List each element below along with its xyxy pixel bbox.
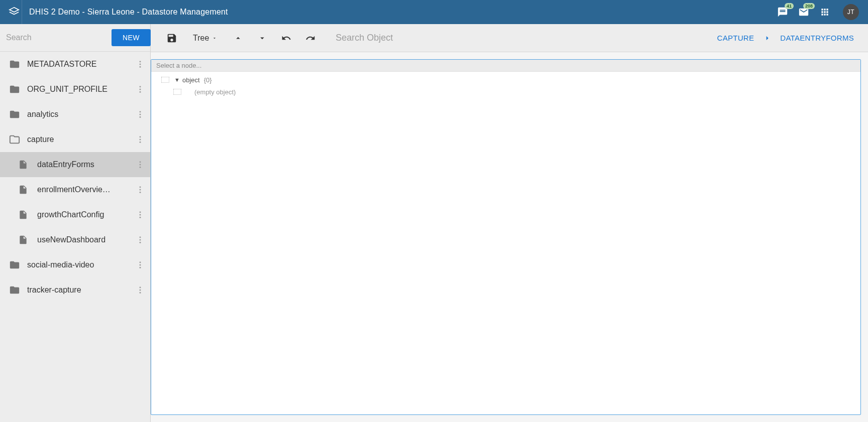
sidebar-item-label: useNewDashboard <box>37 235 133 244</box>
more-vert-icon <box>136 185 145 194</box>
item-more-button[interactable] <box>133 160 147 169</box>
item-more-button[interactable] <box>133 235 147 244</box>
sidebar-item-label: growthChartConfig <box>37 210 133 219</box>
chevron-down-icon <box>258 34 267 43</box>
sidebar: NEW METADATASTOREORG_UNIT_PROFILEanalyti… <box>0 24 151 422</box>
root-count-label: {0} <box>204 76 212 84</box>
save-button[interactable] <box>161 27 183 49</box>
action-menu-icon[interactable] <box>173 89 181 95</box>
view-mode-label: Tree <box>193 34 209 43</box>
svg-point-5 <box>140 91 141 93</box>
svg-point-14 <box>140 167 141 168</box>
folder-icon <box>9 259 27 270</box>
sidebar-item-analytics[interactable]: analytics <box>0 102 150 127</box>
more-vert-icon <box>136 210 145 219</box>
json-root-row[interactable]: ▼ object {0} <box>151 74 860 86</box>
sidebar-item-growthchartconfig[interactable]: growthChartConfig <box>0 202 150 227</box>
more-vert-icon <box>136 160 145 169</box>
action-menu-icon[interactable] <box>161 77 169 83</box>
folder-open-icon <box>9 134 27 145</box>
svg-point-25 <box>140 264 141 266</box>
item-more-button[interactable] <box>133 286 147 295</box>
node-path-display: Select a node... <box>151 60 860 72</box>
content-area: Tree CAPTURE DATA <box>151 24 868 422</box>
sidebar-item-orgunitprofile[interactable]: ORG_UNIT_PROFILE <box>0 77 150 102</box>
item-more-button[interactable] <box>133 210 147 219</box>
user-avatar[interactable]: JT <box>843 4 859 20</box>
svg-point-3 <box>140 86 141 87</box>
apps-menu-button[interactable] <box>819 6 831 18</box>
sidebar-search-input[interactable] <box>6 33 106 42</box>
svg-point-26 <box>140 267 141 268</box>
item-more-button[interactable] <box>133 60 147 69</box>
new-button[interactable]: NEW <box>112 29 151 46</box>
folder-icon <box>9 59 27 70</box>
breadcrumb-separator <box>763 34 771 42</box>
more-vert-icon <box>136 135 145 144</box>
sidebar-item-label: METADATASTORE <box>27 60 133 69</box>
svg-point-21 <box>140 236 141 238</box>
file-icon <box>18 160 37 170</box>
undo-icon <box>281 33 291 43</box>
folder-icon <box>9 285 27 296</box>
object-search-input[interactable] <box>336 33 715 43</box>
sidebar-item-label: ORG_UNIT_PROFILE <box>27 85 133 94</box>
sidebar-item-socialmediavideo[interactable]: social-media-video <box>0 252 150 277</box>
sidebar-item-label: tracker-capture <box>27 286 133 295</box>
svg-point-27 <box>140 287 141 288</box>
root-type-label: object <box>182 76 200 84</box>
svg-point-9 <box>140 136 141 137</box>
sidebar-item-metadatastore[interactable]: METADATASTORE <box>0 52 150 77</box>
sidebar-item-usenewdashboard[interactable]: useNewDashboard <box>0 227 150 252</box>
svg-point-7 <box>140 114 141 115</box>
svg-point-28 <box>140 290 141 291</box>
sidebar-item-label: dataEntryForms <box>37 160 133 169</box>
app-logo[interactable] <box>6 0 22 24</box>
svg-point-2 <box>140 66 141 68</box>
svg-point-6 <box>140 111 141 112</box>
breadcrumb: CAPTURE DATAENTRYFORMS <box>717 34 858 42</box>
svg-point-17 <box>140 192 141 193</box>
view-mode-selector[interactable]: Tree <box>185 34 225 43</box>
json-tree-root: ▼ object {0} (empty object) <box>151 72 860 100</box>
sidebar-item-enrollmentovervie[interactable]: enrollmentOvervie… <box>0 177 150 202</box>
item-more-button[interactable] <box>133 85 147 94</box>
collapse-button[interactable] <box>227 27 249 49</box>
expand-button[interactable] <box>251 27 273 49</box>
more-vert-icon <box>136 60 145 69</box>
dropdown-arrow-icon <box>212 36 217 41</box>
svg-point-1 <box>140 64 141 65</box>
sidebar-item-trackercapture[interactable]: tracker-capture <box>0 277 150 303</box>
redo-button[interactable] <box>299 27 321 49</box>
sidebar-item-capture[interactable]: capture <box>0 127 150 152</box>
item-more-button[interactable] <box>133 110 147 119</box>
sidebar-item-dataentryforms[interactable]: dataEntryForms <box>0 152 150 177</box>
object-search-wrap <box>336 33 715 43</box>
sidebar-item-label: social-media-video <box>27 260 133 269</box>
redo-icon <box>305 33 315 43</box>
item-more-button[interactable] <box>133 185 147 194</box>
json-editor: Select a node... ▼ object {0} (empty obj… <box>151 59 861 415</box>
breadcrumb-dataentryforms[interactable]: DATAENTRYFORMS <box>780 34 854 42</box>
svg-point-12 <box>140 161 141 163</box>
json-empty-row[interactable]: (empty object) <box>151 86 860 98</box>
messages-button[interactable]: 41 <box>777 6 789 18</box>
file-icon <box>18 210 37 220</box>
svg-point-0 <box>140 61 141 62</box>
namespace-tree: METADATASTOREORG_UNIT_PROFILEanalyticsca… <box>0 52 150 422</box>
app-title: DHIS 2 Demo - Sierra Leone - Datastore M… <box>29 8 777 17</box>
item-more-button[interactable] <box>133 260 147 269</box>
more-vert-icon <box>136 85 145 94</box>
svg-point-22 <box>140 239 141 241</box>
collapse-toggle[interactable]: ▼ <box>174 77 182 83</box>
sidebar-item-label: analytics <box>27 110 133 119</box>
sidebar-item-label: capture <box>27 135 133 144</box>
more-vert-icon <box>136 286 145 295</box>
svg-point-24 <box>140 261 141 263</box>
item-more-button[interactable] <box>133 135 147 144</box>
mail-button[interactable]: 208 <box>798 6 810 18</box>
undo-button[interactable] <box>275 27 297 49</box>
more-vert-icon <box>136 260 145 269</box>
svg-point-19 <box>140 214 141 216</box>
breadcrumb-capture[interactable]: CAPTURE <box>717 34 754 42</box>
